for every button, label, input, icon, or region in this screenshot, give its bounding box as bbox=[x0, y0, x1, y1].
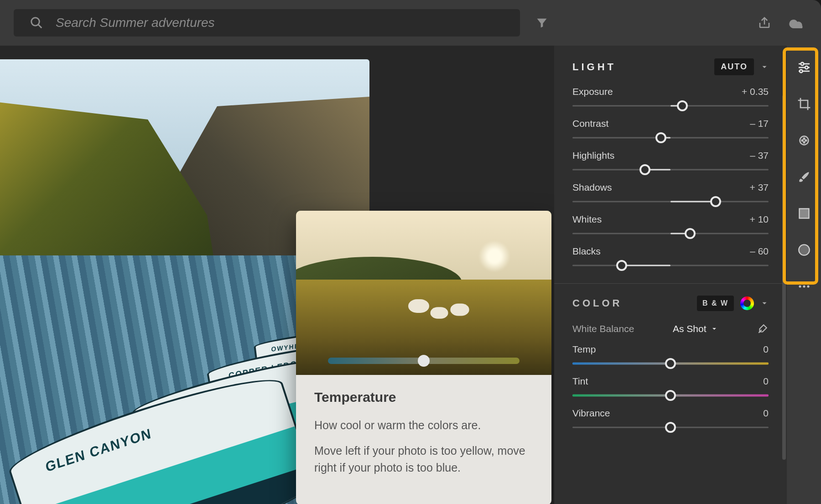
slider-track[interactable] bbox=[572, 164, 769, 176]
slider-track[interactable] bbox=[572, 100, 769, 112]
slider-value: 0 bbox=[763, 408, 769, 419]
linear-gradient-icon[interactable] bbox=[796, 205, 812, 222]
slider-label: Shadows bbox=[572, 182, 612, 193]
color-sliders: Temp0Tint0Vibrance0 bbox=[572, 344, 769, 433]
heal-icon[interactable] bbox=[796, 132, 812, 149]
slider-value: + 37 bbox=[750, 182, 769, 193]
slider-label: Highlights bbox=[572, 150, 614, 161]
light-section-header: LIGHT AUTO bbox=[572, 58, 769, 75]
slider-thumb[interactable] bbox=[710, 196, 721, 207]
panel-scrollbar[interactable] bbox=[782, 91, 787, 504]
slider-value: – 17 bbox=[750, 118, 769, 129]
slider-thumb[interactable] bbox=[685, 228, 696, 239]
slider-label: Blacks bbox=[572, 246, 601, 257]
slider-value: 0 bbox=[763, 376, 769, 387]
svg-point-18 bbox=[803, 285, 805, 287]
slider-track[interactable] bbox=[572, 358, 769, 369]
filter-icon[interactable] bbox=[532, 13, 552, 33]
tooltip-demo-slider bbox=[328, 358, 520, 364]
slider-value: – 37 bbox=[750, 150, 769, 161]
color-mixer-icon[interactable] bbox=[740, 296, 754, 310]
slider-thumb[interactable] bbox=[616, 260, 627, 271]
slider-highlights: Highlights– 37 bbox=[572, 150, 769, 176]
slider-thumb[interactable] bbox=[677, 100, 688, 111]
slider-value: + 0.35 bbox=[742, 86, 769, 97]
svg-rect-13 bbox=[799, 209, 809, 218]
color-section-title: COLOR bbox=[572, 297, 622, 309]
svg-point-11 bbox=[805, 140, 806, 141]
slider-thumb[interactable] bbox=[665, 422, 676, 433]
slider-vibrance: Vibrance0 bbox=[572, 408, 769, 433]
cloud-icon[interactable] bbox=[787, 13, 807, 33]
chevron-down-icon[interactable] bbox=[760, 299, 769, 307]
color-section-header: COLOR B & W bbox=[572, 296, 769, 311]
tooltip-text-1: How cool or warm the colors are. bbox=[314, 417, 533, 433]
canvas-area: OWYHEE COPPER LEDGE QUARTZ CR GLEN CANYO… bbox=[0, 46, 554, 504]
slider-contrast: Contrast– 17 bbox=[572, 118, 769, 144]
slider-thumb[interactable] bbox=[665, 390, 676, 401]
light-sliders: Exposure+ 0.35Contrast– 17Highlights– 37… bbox=[572, 86, 769, 271]
white-balance-label: White Balance bbox=[572, 323, 634, 334]
white-balance-dropdown[interactable]: As Shot bbox=[673, 323, 718, 334]
top-bar bbox=[0, 0, 821, 46]
share-icon[interactable] bbox=[754, 13, 774, 33]
svg-point-12 bbox=[803, 142, 805, 143]
svg-point-5 bbox=[805, 66, 808, 69]
auto-button[interactable]: AUTO bbox=[714, 58, 754, 75]
top-right-actions bbox=[754, 0, 807, 46]
slider-track[interactable] bbox=[572, 260, 769, 271]
svg-point-7 bbox=[800, 70, 802, 73]
eyedropper-icon[interactable] bbox=[757, 323, 769, 335]
slider-label: Exposure bbox=[572, 86, 613, 97]
svg-rect-8 bbox=[798, 135, 810, 146]
slider-track[interactable] bbox=[572, 421, 769, 433]
slider-track[interactable] bbox=[572, 228, 769, 239]
slider-thumb[interactable] bbox=[655, 132, 666, 143]
slider-track[interactable] bbox=[572, 196, 769, 208]
svg-point-9 bbox=[801, 140, 803, 141]
radial-gradient-icon[interactable] bbox=[796, 242, 812, 258]
slider-label: Whites bbox=[572, 214, 602, 225]
slider-label: Vibrance bbox=[572, 408, 610, 419]
svg-point-0 bbox=[31, 18, 40, 26]
white-balance-row: White Balance As Shot bbox=[572, 323, 769, 335]
svg-point-19 bbox=[807, 285, 809, 287]
brush-icon[interactable] bbox=[796, 169, 812, 185]
app-window: OWYHEE COPPER LEDGE QUARTZ CR GLEN CANYO… bbox=[0, 0, 821, 504]
crop-icon[interactable] bbox=[796, 96, 812, 112]
search-icon bbox=[26, 13, 47, 33]
slider-value: 0 bbox=[763, 344, 769, 355]
slider-shadows: Shadows+ 37 bbox=[572, 182, 769, 208]
slider-thumb[interactable] bbox=[639, 164, 650, 175]
tooltip-preview-image bbox=[296, 211, 551, 375]
slider-tint: Tint0 bbox=[572, 376, 769, 401]
svg-point-3 bbox=[800, 62, 803, 65]
slider-temp: Temp0 bbox=[572, 344, 769, 369]
slider-thumb[interactable] bbox=[665, 358, 676, 369]
tooltip-title: Temperature bbox=[314, 390, 533, 405]
tooltip-text-2: Move left if your photo is too yellow, m… bbox=[314, 442, 533, 476]
slider-value: – 60 bbox=[750, 246, 769, 257]
slider-label: Temp bbox=[572, 344, 596, 355]
slider-label: Contrast bbox=[572, 118, 608, 129]
slider-label: Tint bbox=[572, 376, 588, 387]
chevron-down-icon[interactable] bbox=[760, 63, 769, 71]
search-field-container bbox=[14, 9, 520, 36]
search-input[interactable] bbox=[56, 16, 507, 30]
edit-panel: LIGHT AUTO Exposure+ 0.35Contrast– 17Hig… bbox=[554, 46, 787, 504]
bw-button[interactable]: B & W bbox=[697, 296, 734, 311]
edit-sliders-icon[interactable] bbox=[796, 59, 812, 76]
help-tooltip-card: Temperature How cool or warm the colors … bbox=[296, 211, 551, 504]
svg-point-17 bbox=[799, 285, 801, 287]
slider-exposure: Exposure+ 0.35 bbox=[572, 86, 769, 112]
slider-track[interactable] bbox=[572, 132, 769, 144]
slider-whites: Whites+ 10 bbox=[572, 214, 769, 239]
tool-strip bbox=[787, 46, 821, 504]
svg-line-1 bbox=[38, 25, 42, 28]
svg-point-10 bbox=[803, 138, 805, 140]
slider-blacks: Blacks– 60 bbox=[572, 246, 769, 271]
slider-value: + 10 bbox=[750, 214, 769, 225]
panel-divider bbox=[554, 283, 787, 284]
more-icon[interactable] bbox=[796, 278, 812, 295]
slider-track[interactable] bbox=[572, 390, 769, 401]
